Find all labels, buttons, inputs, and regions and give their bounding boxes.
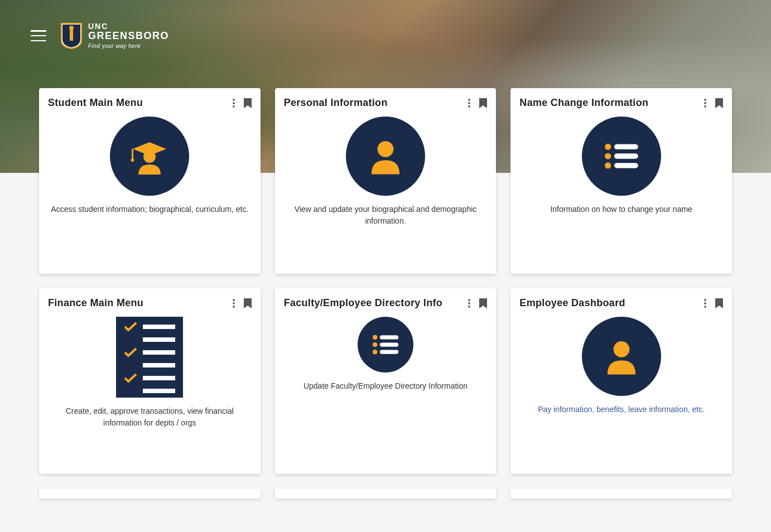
card-actions: [704, 98, 723, 108]
partial-card[interactable]: [275, 489, 497, 499]
svg-point-18: [613, 341, 629, 357]
partial-cards-row: [0, 489, 771, 499]
svg-rect-17: [380, 350, 398, 354]
svg-point-3: [131, 158, 134, 162]
cards-grid: Student Main Menu Access student informa…: [0, 49, 771, 474]
card-title: Student Main Menu: [48, 97, 143, 109]
card-title: Faculty/Employee Directory Info: [284, 297, 442, 309]
card-header: Student Main Menu: [48, 97, 252, 109]
checklist-icon: [116, 317, 183, 398]
logo[interactable]: UNC GREENSBORO Find your way here: [60, 22, 169, 49]
hamburger-menu-icon[interactable]: [31, 30, 46, 41]
bookmark-icon[interactable]: [479, 298, 487, 308]
svg-rect-2: [132, 149, 133, 159]
card-icon-wrap: [48, 317, 252, 398]
logo-tagline: Find your way here: [88, 43, 169, 49]
card-header: Employee Dashboard: [519, 297, 723, 309]
svg-point-4: [143, 151, 156, 163]
svg-rect-13: [380, 336, 398, 340]
bookmark-icon[interactable]: [715, 298, 723, 308]
card-icon-wrap: [519, 317, 723, 396]
svg-point-5: [378, 141, 394, 157]
more-options-icon[interactable]: [468, 99, 470, 108]
card-description: Information on how to change your name: [519, 204, 723, 215]
partial-card[interactable]: [510, 489, 732, 499]
header: UNC GREENSBORO Find your way here: [0, 0, 771, 49]
card-title: Name Change Information: [519, 97, 648, 109]
card-student-main-menu[interactable]: Student Main Menu Access student informa…: [39, 88, 261, 274]
card-icon-wrap: [519, 117, 723, 196]
svg-rect-7: [614, 144, 638, 149]
svg-rect-15: [380, 343, 398, 347]
card-description: View and update your biographical and de…: [284, 204, 488, 227]
card-description: Pay information, benefits, leave informa…: [519, 404, 723, 415]
card-title: Personal Information: [284, 97, 388, 109]
partial-card[interactable]: [39, 489, 261, 499]
svg-point-6: [605, 144, 611, 150]
card-header: Personal Information: [284, 97, 488, 109]
card-icon-wrap: [284, 117, 488, 196]
card-employee-dashboard[interactable]: Employee Dashboard Pay information, bene…: [510, 288, 732, 474]
card-faculty-employee-directory[interactable]: Faculty/Employee Directory Info: [275, 288, 497, 474]
list-icon: [582, 117, 661, 196]
card-title: Finance Main Menu: [48, 297, 143, 309]
svg-point-8: [605, 153, 611, 159]
svg-point-14: [373, 342, 378, 347]
list-icon: [358, 317, 413, 373]
logo-shield-icon: [60, 22, 83, 49]
bookmark-icon[interactable]: [244, 298, 252, 308]
person-icon: [582, 317, 661, 396]
card-personal-information[interactable]: Personal Information View and update you…: [275, 88, 497, 274]
svg-point-1: [69, 26, 74, 30]
more-options-icon[interactable]: [468, 299, 470, 308]
graduate-icon: [110, 117, 189, 196]
card-header: Name Change Information: [519, 97, 723, 109]
more-options-icon[interactable]: [233, 299, 235, 308]
svg-point-16: [373, 350, 378, 355]
card-header: Faculty/Employee Directory Info: [284, 297, 488, 309]
card-description: Access student information; biographical…: [48, 204, 252, 215]
svg-rect-9: [614, 154, 638, 159]
bookmark-icon[interactable]: [479, 98, 487, 108]
card-actions: [233, 98, 252, 108]
card-icon-wrap: [284, 317, 488, 373]
more-options-icon[interactable]: [704, 99, 706, 108]
person-icon: [346, 117, 425, 196]
more-options-icon[interactable]: [704, 299, 706, 308]
svg-point-12: [373, 335, 378, 340]
logo-line2: GREENSBORO: [88, 31, 169, 42]
logo-text: UNC GREENSBORO Find your way here: [88, 22, 169, 49]
card-icon-wrap: [48, 117, 252, 196]
bookmark-icon[interactable]: [715, 98, 723, 108]
card-finance-main-menu[interactable]: Finance Main Menu: [39, 288, 261, 474]
card-actions: [468, 98, 487, 108]
svg-rect-11: [614, 163, 638, 168]
logo-line1: UNC: [88, 22, 169, 31]
card-description: Create, edit, approve transactions, view…: [48, 405, 252, 429]
card-title: Employee Dashboard: [519, 297, 625, 309]
card-name-change-information[interactable]: Name Change Information Informa: [510, 88, 732, 274]
bookmark-icon[interactable]: [244, 98, 252, 108]
card-actions: [468, 298, 487, 308]
card-actions: [704, 298, 723, 308]
card-actions: [233, 298, 252, 308]
more-options-icon[interactable]: [233, 99, 235, 108]
card-header: Finance Main Menu: [48, 297, 252, 309]
card-description: Update Faculty/Employee Directory Inform…: [284, 380, 488, 392]
svg-point-10: [605, 162, 611, 168]
